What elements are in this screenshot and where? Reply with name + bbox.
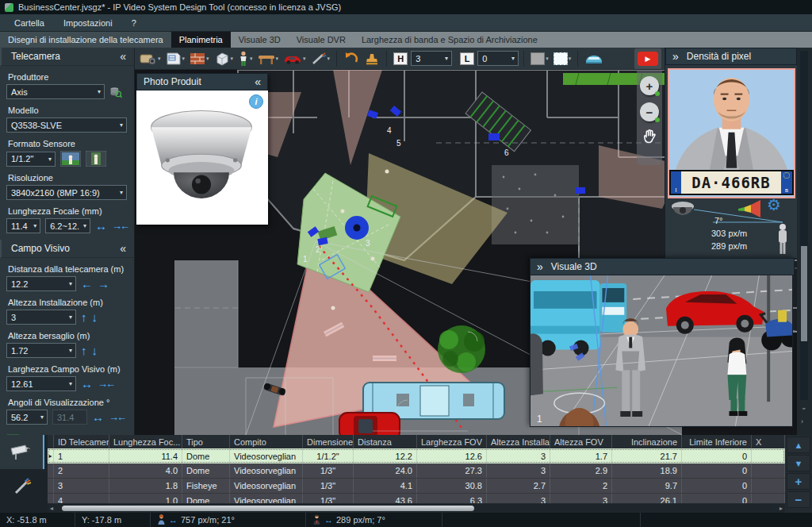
floorplan-tool-icon — [166, 52, 182, 66]
camera-tool-button[interactable]: ▾ — [138, 50, 163, 67]
target-down-button[interactable]: ↓ — [92, 344, 98, 356]
px-density-top: 303 px/m — [711, 229, 747, 238]
view-horizontal-icon[interactable] — [60, 151, 81, 167]
tab-planimetria[interactable]: Planimetria — [171, 32, 231, 48]
angoli-select[interactable]: 56.2▾ — [6, 410, 48, 425]
view-vertical-icon[interactable] — [86, 151, 106, 167]
distanza-select[interactable]: 12.2▾ — [6, 276, 76, 291]
plate-number: DA·466RB — [681, 171, 781, 194]
table-row[interactable]: 2 4.0 Dome Videosorveglian 1/3" 24.0 27.… — [48, 464, 785, 479]
v3d-scene[interactable]: 1 — [530, 275, 793, 427]
modello-select[interactable]: Q3538-SLVE▾ — [6, 117, 127, 133]
wall-style-button[interactable]: ▾ — [552, 51, 573, 67]
formato-select[interactable]: 1/1.2"▾ — [6, 152, 56, 167]
pan-hand-button[interactable] — [642, 129, 657, 144]
level-select[interactable]: 0▾ — [477, 51, 519, 66]
height-select[interactable]: 3▾ — [411, 51, 452, 66]
narrow-fov-button[interactable]: →← — [112, 221, 128, 231]
collapse-icon[interactable]: « — [120, 50, 126, 63]
expand-icon[interactable]: » — [537, 260, 543, 273]
move-down-button[interactable]: ▼ — [787, 455, 810, 471]
zoom-out-button[interactable]: − — [640, 102, 659, 121]
undo-button[interactable] — [342, 50, 361, 67]
menu-impostazioni[interactable]: Impostazioni — [56, 17, 121, 29]
formato-label: Formato Sensore — [8, 139, 128, 148]
larghezza-fov-select[interactable]: 12.61▾ — [6, 376, 76, 391]
license-plate: I DA·466RB B — [669, 170, 794, 195]
plant[interactable] — [438, 325, 485, 373]
box-tool-button[interactable]: ▾ — [213, 50, 236, 67]
collapse-icon[interactable]: « — [255, 75, 261, 88]
risoluzione-select[interactable]: 3840x2160 (8MP 16:9)▾ — [6, 185, 127, 200]
hscroll-thumb[interactable] — [62, 506, 474, 511]
distance-increase-button[interactable]: → — [98, 278, 109, 290]
plate-right-band: B — [781, 171, 792, 194]
person-tool-button[interactable]: ▾ — [236, 49, 255, 68]
video-playback-button[interactable]: ▶ — [634, 48, 661, 69]
vehicle-3d-button[interactable] — [583, 50, 605, 67]
zoom-in-button[interactable]: + — [640, 76, 659, 95]
table-row[interactable]: ▸ 1 11.4 Dome Videosorveglian 1/1.2" 12.… — [48, 448, 785, 464]
window-title: BusinessCenter.jvsgz* - IP Video System … — [18, 2, 341, 12]
table-row[interactable]: 3 1.8 Fisheye Videosorveglian 1/3" 4.1 3… — [48, 479, 785, 494]
fov-widen-button[interactable]: ↔ — [81, 378, 93, 390]
table-horizontal-scrollbar[interactable]: ◂ ▸ — [48, 504, 785, 513]
height-down-button[interactable]: ↓ — [92, 311, 98, 323]
car-tool-button[interactable]: ▾ — [282, 51, 308, 67]
height-up-button[interactable]: ↑ — [81, 311, 87, 323]
wall-tool-button[interactable]: ▾ — [188, 50, 211, 67]
focale-select[interactable]: 11.4▾ — [6, 218, 40, 233]
altezza-bersaglio-label: Altezza bersaglio (m) — [8, 331, 128, 340]
tab-larghezza-banda[interactable]: Larghezza di banda e Spazio di Archiviaz… — [354, 32, 546, 48]
tab-disegni[interactable]: Disegni di installazione della telecamer… — [0, 32, 171, 48]
target-up-button[interactable]: ↑ — [81, 344, 87, 356]
collapse-icon[interactable]: « — [120, 242, 126, 255]
scroll-down-chevron[interactable]: ⌄ — [801, 403, 807, 411]
focale-range-select[interactable]: 6.2~12.▾ — [45, 218, 90, 233]
level-icon: L — [460, 52, 474, 65]
cameras-tab[interactable] — [0, 435, 44, 469]
stamp-icon — [364, 52, 380, 66]
cable-tool-button[interactable]: ▾ — [309, 50, 332, 67]
cables-tab[interactable] — [0, 469, 44, 503]
scroll-right-arrow[interactable]: ▸ — [777, 505, 785, 512]
table-row[interactable]: 4 1.0 Dome Videosorveglian 1/3" 43.6 6.3… — [48, 494, 785, 503]
menu-cartella[interactable]: Cartella — [6, 17, 52, 29]
floorplan-tool-button[interactable]: ▾ — [164, 50, 187, 67]
fill-color-button[interactable]: ▾ — [529, 51, 550, 67]
furniture-tool-button[interactable]: ▾ — [256, 50, 281, 67]
angoli-vert-field: 31.4 — [52, 410, 87, 425]
widen-fov-button[interactable]: ↔ — [95, 220, 107, 232]
distance-decrease-button[interactable]: ← — [81, 278, 93, 290]
density-woman-status: ↔ 757 px/m; 21° — [151, 513, 306, 527]
menu-bar: Cartella Impostazioni ? — [0, 14, 812, 32]
produttore-select[interactable]: Axis▾ — [6, 84, 105, 99]
table-header-row: ID Telecamera Lunghezza Foc... Tipo Comp… — [48, 435, 785, 448]
info-icon[interactable]: i — [249, 94, 263, 109]
vertical-scrollbar-thumb[interactable] — [801, 246, 807, 341]
altezza-bersaglio-select[interactable]: 1.72▾ — [6, 343, 76, 358]
expand-icon[interactable]: » — [672, 50, 679, 63]
vertical-scrollbar[interactable] — [800, 51, 808, 400]
car-topview[interactable] — [339, 413, 400, 435]
settings-gear-icon[interactable]: ⚙ — [767, 195, 781, 214]
menu-help[interactable]: ? — [124, 17, 144, 29]
fov-narrow-button[interactable]: →← — [98, 379, 113, 389]
angle-narrow-button[interactable]: →← — [109, 412, 124, 422]
tab-visuale-3d[interactable]: Visuale 3D — [231, 32, 289, 48]
density-man-status: ↔ 289 px/m; 7° — [306, 513, 442, 527]
section-campo-visivo[interactable]: Campo Visivo « — [0, 240, 134, 258]
move-up-button[interactable]: ▲ — [787, 437, 810, 453]
scroll-left-arrow[interactable]: ◂ — [48, 505, 56, 512]
add-camera-button[interactable]: + — [787, 473, 810, 490]
altezza-inst-select[interactable]: 3▾ — [6, 310, 76, 325]
section-telecamera[interactable]: Telecamera « — [0, 48, 134, 66]
scroll-right-chevron[interactable]: › — [801, 417, 803, 425]
right-scroll-strip: ⌄ › — [797, 48, 812, 435]
remove-camera-button[interactable]: − — [787, 491, 810, 508]
stamp-button[interactable] — [362, 50, 381, 67]
angle-widen-button[interactable]: ↔ — [92, 411, 104, 423]
camera-database-search-icon[interactable] — [109, 86, 122, 98]
focale-label: Lunghezza Focale (mm) — [8, 206, 128, 216]
tab-visuale-dvr[interactable]: Visuale DVR — [289, 32, 354, 48]
